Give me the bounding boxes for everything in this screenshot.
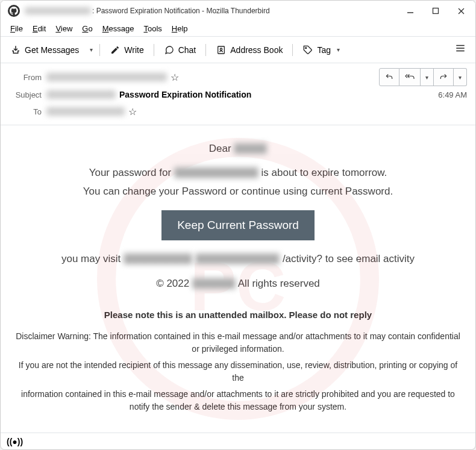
forward-dropdown[interactable]: ▾ — [454, 68, 467, 86]
reply-all-dropdown[interactable]: ▾ — [421, 68, 434, 86]
footer-disclaimer: Please note this is an unattended mailbo… — [13, 308, 463, 414]
redacted-company: xxxxxxxx — [192, 278, 236, 289]
download-cloud-icon — [10, 45, 21, 55]
address-book-button[interactable]: Address Book — [211, 42, 287, 58]
menu-go[interactable]: Go — [77, 23, 97, 34]
tag-button[interactable]: Tag ▾ — [298, 42, 345, 58]
redacted-link2: xxxxxxxxxxxxxxxx — [195, 253, 280, 264]
address-book-icon — [216, 45, 227, 55]
header-subject-row: Subject Password Expiration Notification… — [9, 86, 467, 103]
toolbar: Get Messages ▾ Write Chat Address Book T… — [1, 37, 475, 63]
subject-label: Subject — [9, 90, 46, 99]
forward-button[interactable] — [434, 68, 454, 86]
keep-password-button[interactable]: Keep Current Password — [161, 210, 315, 240]
svg-point-6 — [305, 47, 307, 48]
please-note: Please note this is an unattended mailbo… — [13, 308, 463, 322]
write-label: Write — [124, 45, 143, 55]
close-button[interactable] — [454, 4, 468, 18]
broadcast-icon[interactable]: ((●)) — [7, 437, 23, 446]
redacted-link1: xxxxxxxxxxxxx — [124, 253, 193, 264]
from-label: From — [9, 73, 46, 82]
menu-tools[interactable]: Tools — [139, 23, 166, 34]
visit-line: you may visit xxxxxxxxxxxxx xxxxxxxxxxxx… — [13, 251, 463, 267]
menu-file[interactable]: File — [5, 23, 28, 34]
svg-rect-1 — [433, 8, 439, 14]
reply-button[interactable] — [379, 68, 399, 86]
write-button[interactable]: Write — [105, 42, 148, 58]
redacted-to — [46, 107, 125, 116]
from-value: ☆ — [46, 72, 379, 83]
titlebar: : Password Expiration Notification - Moz… — [1, 1, 475, 21]
subject-text: Password Expiration Notification — [119, 90, 251, 99]
window-controls — [403, 4, 468, 18]
menu-message[interactable]: Message — [98, 23, 139, 34]
chat-button[interactable]: Chat — [159, 42, 201, 58]
greeting-text: Dear — [209, 143, 231, 154]
window-title: : Password Expiration Notification - Moz… — [25, 7, 403, 15]
pencil-icon — [110, 45, 121, 55]
get-messages-dropdown[interactable]: ▾ — [87, 46, 95, 53]
app-icon — [8, 5, 20, 17]
minimize-button[interactable] — [403, 4, 418, 18]
disclaimer-line2: If you are not the intended recipient of… — [13, 359, 463, 384]
tag-label: Tag — [317, 45, 331, 55]
header-from-row: From ☆ ▾ ▾ — [9, 68, 467, 86]
redacted-domain: xxxxxxxxxxxxxxxx — [174, 167, 258, 178]
to-label: To — [9, 107, 46, 116]
star-recipient-button[interactable]: ☆ — [128, 106, 137, 117]
body-line1: Your password for xxxxxxxxxxxxxxxx is ab… — [13, 165, 463, 181]
header-to-row: To ☆ — [9, 103, 467, 120]
message-body: PC Dear xxxxxx Your password for xxxxxxx… — [1, 125, 475, 433]
address-book-label: Address Book — [230, 45, 283, 55]
to-value: ☆ — [46, 106, 467, 117]
chevron-down-icon: ▾ — [337, 46, 340, 53]
redacted-from — [46, 73, 167, 81]
message-time: 6:49 AM — [438, 90, 467, 99]
redacted-title-prefix — [25, 7, 91, 14]
menu-edit[interactable]: Edit — [28, 23, 51, 34]
star-contact-button[interactable]: ☆ — [171, 72, 179, 83]
app-menu-button[interactable] — [450, 43, 471, 57]
reply-all-button[interactable] — [399, 68, 421, 86]
redacted-subject-prefix — [46, 90, 116, 99]
get-messages-button[interactable]: Get Messages — [5, 42, 84, 58]
menu-help[interactable]: Help — [167, 23, 193, 34]
maximize-button[interactable] — [428, 4, 443, 18]
chat-label: Chat — [178, 45, 196, 55]
window-title-suffix: : Password Expiration Notification - Moz… — [92, 7, 270, 15]
header-actions: ▾ ▾ — [379, 68, 467, 86]
app-window: : Password Expiration Notification - Moz… — [0, 0, 476, 450]
message-headers: From ☆ ▾ ▾ Subject Password Expiration N… — [1, 63, 475, 125]
menu-view[interactable]: View — [51, 23, 77, 34]
menubar: File Edit View Go Message Tools Help — [1, 21, 475, 37]
get-messages-label: Get Messages — [25, 45, 79, 55]
disclaimer-line3: information contained in this e-mail mes… — [13, 388, 463, 413]
redacted-name: xxxxxx — [234, 143, 267, 154]
body-line2: You can change your Password or continue… — [13, 184, 463, 199]
chat-icon — [164, 45, 175, 55]
statusbar: ((●)) — [1, 433, 475, 449]
subject-value: Password Expiration Notification — [46, 90, 438, 99]
svg-point-5 — [221, 48, 222, 50]
disclaimer-line1: Disclaimer Warning: The information cont… — [13, 330, 463, 355]
greeting-line: Dear xxxxxx — [13, 141, 463, 157]
tag-icon — [302, 45, 313, 55]
copyright-line: © 2022 xxxxxxxx All rights reserved — [13, 276, 463, 292]
